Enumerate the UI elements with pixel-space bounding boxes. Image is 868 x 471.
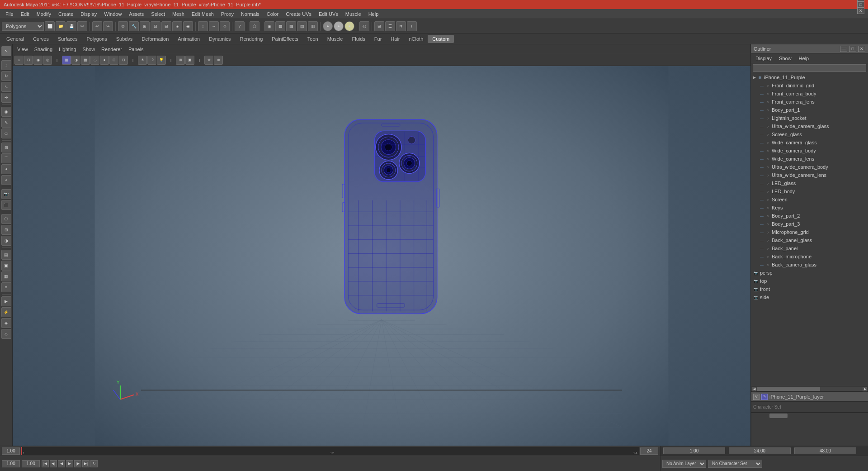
scrollbar-thumb[interactable] (757, 387, 820, 391)
outliner-menu-display[interactable]: Display (753, 55, 774, 62)
menu-mesh[interactable]: Mesh (169, 10, 188, 18)
outliner-item-root[interactable]: ▶ ⊟ iPhone_11_Purple (751, 73, 868, 81)
frame-marker[interactable] (21, 447, 22, 455)
list-item[interactable]: — ○ Screen_glass (751, 130, 868, 138)
vp-hud[interactable]: ▣ (185, 56, 194, 65)
tb-icon-24[interactable]: ◎ (359, 21, 369, 31)
hypershade[interactable]: ◈ (1, 318, 11, 328)
menu-window[interactable]: Window (100, 10, 125, 18)
vp-menu-shading[interactable]: Shading (32, 46, 55, 53)
vp-light2[interactable]: ☽ (147, 56, 156, 65)
list-item[interactable]: — ○ Microphone_grid (751, 228, 868, 236)
tb-icon-27[interactable]: ≋ (396, 21, 406, 31)
isolate[interactable]: ▣ (1, 261, 11, 271)
tb-icon-10[interactable]: ⊡ (151, 21, 160, 31)
tab-muscle[interactable]: Muscle (323, 35, 348, 43)
tab-rendering[interactable]: Rendering (236, 35, 268, 43)
universal-tool[interactable]: ✛ (1, 93, 11, 103)
tb-icon-8[interactable]: 🔧 (129, 21, 139, 31)
scrollbar-track[interactable] (757, 387, 862, 391)
tab-subdvs[interactable]: Subdvs (112, 35, 137, 43)
menu-file[interactable]: File (2, 10, 17, 18)
lasso[interactable]: ⬭ (1, 128, 11, 138)
go-start-btn[interactable]: |◀ (42, 460, 49, 467)
outliner-menu-show[interactable]: Show (776, 55, 794, 62)
vp-textured[interactable]: ▩ (81, 56, 90, 65)
timeline-track[interactable]: 1 12 24 (21, 447, 639, 455)
tb-icon-16[interactable]: ⟲ (220, 21, 230, 31)
list-item[interactable]: — ○ Wide_camera_lens (751, 155, 868, 163)
layer-vis-toggle[interactable]: V (753, 394, 760, 400)
list-item[interactable]: — ○ Screen (751, 195, 868, 204)
tb-icon-26[interactable]: ☰ (385, 21, 395, 31)
tb-icon-18[interactable]: ⬡ (250, 21, 259, 31)
tb-icon-22[interactable]: ▤ (297, 21, 307, 31)
hide[interactable]: ▦ (1, 271, 11, 281)
list-item[interactable]: — ○ Back_microphone (751, 252, 868, 261)
tab-custom[interactable]: Custom (428, 35, 454, 43)
grid-btn[interactable]: ⊞ (1, 225, 11, 235)
tb-icon-12[interactable]: ◈ (172, 21, 182, 31)
ipr-btn[interactable]: ⚡ (1, 307, 11, 317)
tb-icon-21[interactable]: ▩ (286, 21, 296, 31)
tb-icon-11[interactable]: ⊟ (161, 21, 171, 31)
menu-select[interactable]: Select (147, 10, 169, 18)
vp-smooth2[interactable]: ● (100, 56, 109, 65)
tb-icon-19[interactable]: ▣ (264, 21, 274, 31)
outliner-minimize[interactable]: — (840, 46, 847, 52)
char-set-select[interactable]: No Character Set (708, 460, 762, 468)
list-item[interactable]: — ○ LED_body (751, 187, 868, 195)
play-fwd-btn[interactable]: ▶ (66, 460, 73, 467)
menu-help[interactable]: Help (365, 10, 382, 18)
tb-icon-13[interactable]: ◉ (183, 21, 193, 31)
list-item[interactable]: — ○ Lightnin_socket (751, 114, 868, 122)
snap-point[interactable]: ✦ (1, 164, 11, 174)
menu-edit[interactable]: Edit (17, 10, 33, 18)
menu-create-uvs[interactable]: Create UVs (282, 10, 315, 18)
tab-surfaces[interactable]: Surfaces (53, 35, 82, 43)
viewport-canvas[interactable]: X Y (13, 66, 750, 446)
silhouette[interactable]: ◑ (1, 236, 11, 246)
list-item[interactable]: 📷 top (751, 277, 868, 285)
vp-zoom[interactable]: ⊕ (214, 56, 223, 65)
snap-grid[interactable]: ⊞ (1, 143, 11, 152)
fps-input[interactable] (794, 447, 856, 454)
tab-painteffects[interactable]: PaintEffects (267, 35, 303, 43)
anim-layer-select[interactable]: No Anim Layer (662, 460, 706, 468)
tab-fluids[interactable]: Fluids (347, 35, 369, 43)
menu-proxy[interactable]: Proxy (217, 10, 237, 18)
tab-ncloth[interactable]: nCloth (405, 35, 428, 43)
show-all[interactable]: ▤ (1, 250, 11, 260)
scroll-left-btn[interactable]: ◀ (752, 387, 756, 391)
tab-deformation[interactable]: Deformation (137, 35, 173, 43)
vp-menu-view[interactable]: View (14, 46, 31, 53)
list-item[interactable]: 📷 persp (751, 269, 868, 277)
list-item[interactable]: — ○ Back_camera_glass (751, 261, 868, 269)
close-button[interactable]: ✕ (857, 8, 864, 14)
tb-icon-9[interactable]: ⊞ (140, 21, 150, 31)
tb-icon-6[interactable]: ↪ (103, 21, 113, 31)
current-time-input[interactable] (663, 447, 725, 454)
menu-modify[interactable]: Modify (33, 10, 55, 18)
tb-icon-23[interactable]: ▥ (308, 21, 318, 31)
vp-aa[interactable]: ⊞ (109, 56, 118, 65)
tb-icon-5[interactable]: ↩ (92, 21, 102, 31)
vp-cam-sel[interactable]: ◉ (33, 56, 42, 65)
end-frame-input[interactable] (640, 447, 658, 455)
start-frame-input[interactable] (2, 447, 20, 455)
vp-menu-lighting[interactable]: Lighting (56, 46, 79, 53)
tb-icon-2[interactable]: 📁 (56, 21, 66, 31)
assign-mat[interactable]: ◇ (1, 329, 11, 339)
tab-toon[interactable]: Toon (303, 35, 323, 43)
vp-bookmark[interactable]: ◎ (43, 56, 52, 65)
layer-scroll-thumb[interactable] (769, 414, 788, 418)
tab-animation[interactable]: Animation (173, 35, 204, 43)
menu-display[interactable]: Display (77, 10, 100, 18)
tb-sphere-3[interactable]: ● (344, 21, 354, 31)
outliner-search-input[interactable] (753, 64, 866, 72)
vp-dof[interactable]: ⊟ (119, 56, 128, 65)
tb-icon-7[interactable]: ⚙ (118, 21, 128, 31)
list-item[interactable]: — ○ Keys (751, 204, 868, 212)
list-item[interactable]: — ○ Body_part_3 (751, 220, 868, 228)
tb-icon-28[interactable]: ⟨ (407, 21, 417, 31)
